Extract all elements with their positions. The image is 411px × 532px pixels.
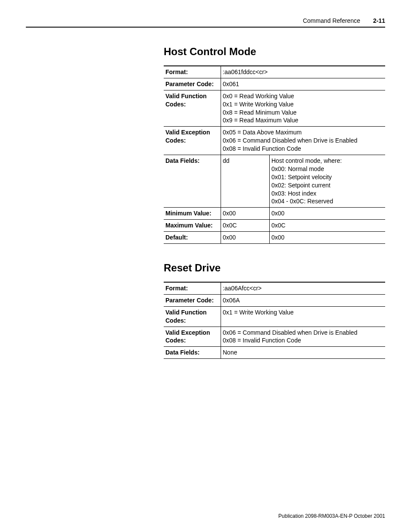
row-value-col2: 0x00 bbox=[270, 208, 386, 220]
table-row: Valid Exception Codes: 0x06 = Command Di… bbox=[164, 327, 385, 347]
row-value-col2: Host control mode, where: 0x00: Normal m… bbox=[270, 155, 386, 208]
row-value: None bbox=[221, 347, 386, 359]
row-label: Format: bbox=[164, 66, 221, 78]
header-page-number: 2-11 bbox=[373, 17, 385, 24]
row-value-col1: 0x00 bbox=[221, 232, 270, 244]
table-row: Valid Function Codes: 0x0 = Read Working… bbox=[164, 90, 385, 127]
row-label: Default: bbox=[164, 232, 221, 244]
table-row: Data Fields: dd Host control mode, where… bbox=[164, 155, 385, 208]
row-value: 0x0 = Read Working Value 0x1 = Write Wor… bbox=[221, 90, 386, 127]
row-value-col1: dd bbox=[221, 155, 270, 208]
table-row: Format: :aa06Afcc<cr> bbox=[164, 282, 385, 294]
row-value: 0x1 = Write Working Value bbox=[221, 306, 386, 327]
row-label: Parameter Code: bbox=[164, 78, 221, 90]
section-title-reset-drive: Reset Drive bbox=[164, 262, 385, 274]
page: Command Reference 2-11 Host Control Mode… bbox=[0, 0, 411, 532]
page-header: Command Reference 2-11 bbox=[26, 17, 385, 28]
row-label: Parameter Code: bbox=[164, 294, 221, 306]
row-label: Minimum Value: bbox=[164, 208, 221, 220]
row-value: :aa06Afcc<cr> bbox=[221, 282, 386, 294]
table-row: Default: 0x00 0x00 bbox=[164, 232, 385, 244]
row-label: Format: bbox=[164, 282, 221, 294]
row-value: 0x061 bbox=[221, 78, 386, 90]
footer-publication: Publication 2098-RM003A-EN-P October 200… bbox=[278, 513, 385, 519]
row-value: 0x06A bbox=[221, 294, 386, 306]
row-label: Data Fields: bbox=[164, 347, 221, 359]
table-row: Parameter Code: 0x061 bbox=[164, 78, 385, 90]
row-value-col1: 0x00 bbox=[221, 208, 270, 220]
row-value: 0x06 = Command Disabled when Drive is En… bbox=[221, 327, 386, 347]
row-value-col2: 0x0C bbox=[270, 220, 386, 232]
section-title-host-control-mode: Host Control Mode bbox=[164, 46, 385, 58]
table-row: Maximum Value: 0x0C 0x0C bbox=[164, 220, 385, 232]
row-label: Data Fields: bbox=[164, 155, 221, 208]
row-label: Valid Exception Codes: bbox=[164, 127, 221, 155]
row-value-col2: 0x00 bbox=[270, 232, 386, 244]
row-value: :aa061fddcc<cr> bbox=[221, 66, 386, 78]
row-value: 0x05 = Data Above Maximum 0x06 = Command… bbox=[221, 127, 386, 155]
spec-table-host-control-mode: Format: :aa061fddcc<cr> Parameter Code: … bbox=[164, 65, 385, 244]
table-row: Format: :aa061fddcc<cr> bbox=[164, 66, 385, 78]
table-row: Minimum Value: 0x00 0x00 bbox=[164, 208, 385, 220]
table-row: Valid Function Codes: 0x1 = Write Workin… bbox=[164, 306, 385, 327]
table-row: Parameter Code: 0x06A bbox=[164, 294, 385, 306]
content-column: Host Control Mode Format: :aa061fddcc<cr… bbox=[164, 46, 385, 359]
header-section-title: Command Reference bbox=[303, 17, 360, 24]
table-row: Data Fields: None bbox=[164, 347, 385, 359]
row-label: Valid Exception Codes: bbox=[164, 327, 221, 347]
row-value-col1: 0x0C bbox=[221, 220, 270, 232]
spec-table-reset-drive: Format: :aa06Afcc<cr> Parameter Code: 0x… bbox=[164, 282, 385, 359]
table-row: Valid Exception Codes: 0x05 = Data Above… bbox=[164, 127, 385, 155]
row-label: Valid Function Codes: bbox=[164, 306, 221, 327]
row-label: Valid Function Codes: bbox=[164, 90, 221, 127]
row-label: Maximum Value: bbox=[164, 220, 221, 232]
